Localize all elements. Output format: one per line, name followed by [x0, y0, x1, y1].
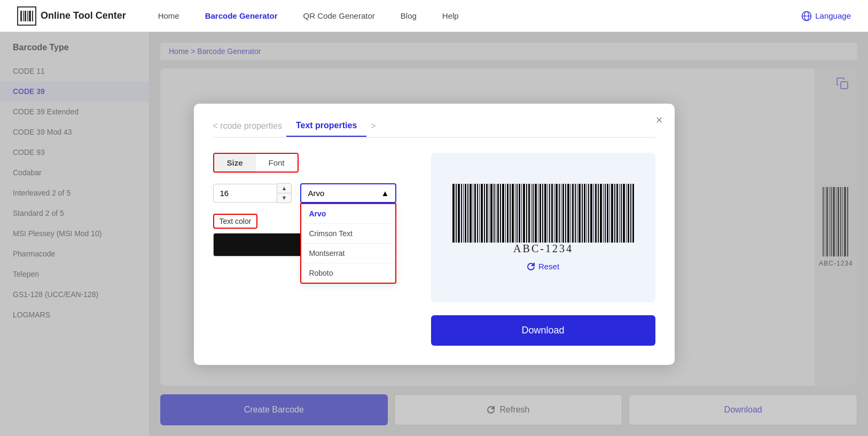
svg-rect-84	[598, 184, 599, 243]
size-down-button[interactable]: ▼	[277, 193, 292, 203]
svg-rect-90	[611, 184, 613, 243]
svg-rect-87	[605, 184, 606, 243]
modal-close-button[interactable]: ×	[656, 113, 663, 127]
globe-icon	[801, 11, 812, 21]
svg-rect-49	[517, 184, 518, 243]
svg-rect-25	[461, 184, 462, 243]
logo-icon	[17, 6, 36, 26]
svg-rect-3	[27, 11, 28, 21]
font-dropdown-list: Arvo Crimson Text Montserrat Roboto	[300, 203, 396, 284]
svg-rect-97	[628, 184, 629, 243]
svg-rect-81	[590, 184, 592, 243]
svg-rect-83	[595, 184, 597, 243]
size-input-group: ▲ ▼	[213, 183, 292, 203]
svg-rect-67	[559, 184, 560, 243]
font-option-crimson[interactable]: Crimson Text	[301, 223, 395, 243]
form-tab-size[interactable]: Size	[214, 154, 256, 172]
svg-rect-73	[572, 184, 574, 243]
reset-label: Reset	[538, 262, 559, 271]
svg-rect-30	[473, 184, 473, 243]
modal-tab-next[interactable]: >	[366, 121, 376, 136]
nav-barcode-generator[interactable]: Barcode Generator	[205, 11, 278, 20]
nav-help[interactable]: Help	[442, 11, 459, 20]
svg-rect-96	[626, 184, 627, 243]
svg-rect-66	[556, 184, 558, 243]
svg-rect-92	[616, 184, 618, 243]
main-layout: Barcode Type CODE 11 CODE 39 CODE 39 Ext…	[0, 32, 868, 436]
svg-rect-72	[570, 184, 571, 243]
svg-rect-76	[578, 184, 581, 243]
svg-rect-38	[490, 184, 492, 243]
logo: Online Tool Center	[17, 6, 126, 26]
svg-rect-57	[535, 184, 537, 243]
language-button[interactable]: Language	[801, 11, 851, 21]
svg-rect-63	[549, 184, 550, 243]
svg-rect-28	[467, 184, 468, 243]
modal-tab-text-properties[interactable]: Text properties	[286, 121, 366, 137]
svg-rect-5	[32, 11, 33, 21]
svg-rect-65	[554, 184, 554, 243]
size-up-button[interactable]: ▲	[277, 184, 292, 193]
svg-rect-88	[607, 184, 608, 243]
svg-rect-89	[609, 184, 610, 243]
svg-rect-95	[623, 184, 625, 243]
modal-overlay: × < rcode properties Text properties > S…	[0, 32, 868, 436]
font-dropdown-button[interactable]: Arvo ▲	[300, 183, 396, 203]
font-option-montserrat[interactable]: Montserrat	[301, 243, 395, 263]
svg-rect-41	[497, 184, 499, 243]
language-label: Language	[815, 11, 851, 20]
font-selected-label: Arvo	[308, 189, 324, 198]
svg-rect-23	[456, 184, 457, 243]
svg-rect-47	[512, 184, 514, 243]
svg-rect-51	[521, 184, 522, 243]
svg-rect-29	[470, 184, 472, 243]
svg-rect-50	[519, 184, 520, 243]
modal: × < rcode properties Text properties > S…	[194, 104, 675, 365]
svg-rect-32	[477, 184, 478, 243]
svg-rect-99	[632, 184, 634, 243]
size-input[interactable]	[213, 184, 277, 203]
form-tab-font[interactable]: Font	[256, 154, 298, 172]
svg-rect-58	[538, 184, 538, 243]
svg-rect-44	[505, 184, 506, 243]
modal-right: ABC-1234 Reset Download	[431, 153, 655, 346]
color-swatch[interactable]	[213, 233, 309, 256]
svg-rect-39	[494, 184, 495, 243]
svg-rect-69	[562, 184, 564, 243]
download-modal-button[interactable]: Download	[431, 315, 655, 346]
svg-rect-64	[551, 184, 553, 243]
svg-rect-71	[567, 184, 569, 243]
nav-home[interactable]: Home	[158, 11, 179, 20]
svg-rect-79	[587, 184, 587, 243]
svg-rect-45	[507, 184, 509, 243]
nav-qr-code-generator[interactable]: QR Code Generator	[303, 11, 375, 20]
font-dropdown: Arvo ▲ Arvo Crimson Text Montserrat Robo…	[300, 183, 396, 203]
svg-rect-40	[496, 184, 496, 243]
svg-rect-43	[502, 184, 504, 243]
svg-rect-53	[526, 184, 527, 243]
font-option-roboto[interactable]: Roboto	[301, 263, 395, 283]
svg-rect-48	[515, 184, 515, 243]
reset-icon	[527, 262, 535, 271]
svg-rect-52	[523, 184, 525, 243]
svg-rect-54	[528, 184, 530, 243]
svg-rect-0	[20, 11, 22, 21]
svg-rect-86	[603, 184, 604, 243]
svg-rect-68	[561, 184, 561, 243]
svg-rect-1	[23, 11, 24, 21]
chevron-up-icon: ▲	[381, 189, 389, 198]
svg-rect-35	[484, 184, 485, 243]
barcode-preview-box: ABC-1234 Reset	[431, 153, 655, 302]
logo-text: Online Tool Center	[41, 10, 126, 21]
svg-rect-42	[500, 184, 501, 243]
reset-button[interactable]: Reset	[527, 262, 559, 271]
svg-rect-78	[584, 184, 585, 243]
svg-rect-60	[542, 184, 543, 243]
form-section-tabs: Size Font	[213, 153, 299, 173]
font-option-arvo[interactable]: Arvo	[301, 204, 395, 223]
svg-rect-26	[463, 184, 464, 243]
modal-tab-prev[interactable]: < rcode properties	[213, 121, 286, 136]
svg-rect-55	[531, 184, 531, 243]
nav-blog[interactable]: Blog	[401, 11, 417, 20]
svg-rect-59	[539, 184, 541, 243]
